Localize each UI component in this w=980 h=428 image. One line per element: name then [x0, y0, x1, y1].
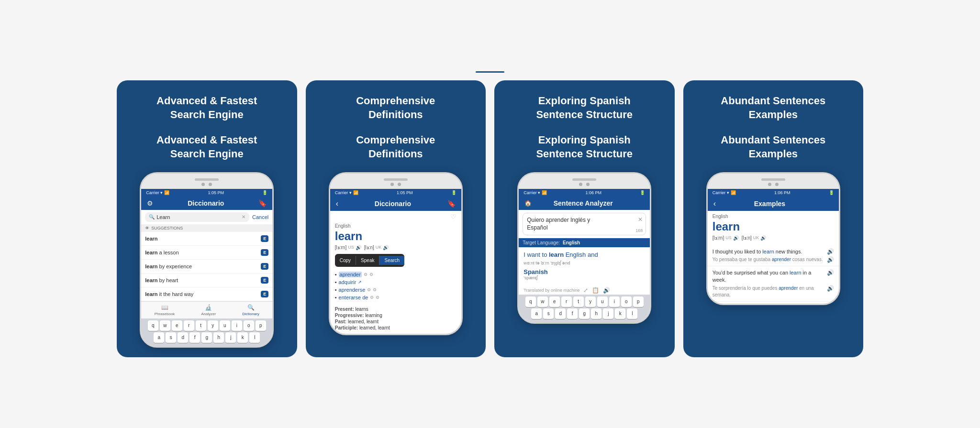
example-audio-es-icon[interactable]: 🔊	[827, 285, 834, 292]
nav-title: Examples	[716, 200, 824, 208]
key-j[interactable]: j	[603, 308, 613, 319]
speaker-icon[interactable]: 🔊	[733, 235, 739, 241]
phone-speaker	[195, 178, 219, 181]
key-j[interactable]: j	[225, 332, 236, 343]
tab-item-analyzer[interactable]: 🔬 Analyzer	[201, 304, 216, 316]
def-link-icon[interactable]: ↗	[358, 280, 362, 285]
example-audio-icon[interactable]: 🔊	[827, 269, 834, 276]
def-more-small[interactable]: ⚙	[376, 295, 379, 300]
key-p[interactable]: p	[633, 296, 644, 307]
key-u[interactable]: u	[597, 296, 608, 307]
key-p[interactable]: p	[256, 320, 266, 331]
nav-bar: ‹ Examples	[708, 197, 839, 211]
def-more-icon[interactable]: ⚙	[369, 272, 373, 277]
key-u[interactable]: u	[220, 320, 230, 331]
speaker-icon[interactable]: 🔊	[760, 235, 766, 241]
key-k[interactable]: k	[237, 332, 248, 343]
key-f[interactable]: f	[189, 332, 200, 343]
key-h[interactable]: h	[591, 308, 601, 319]
status-bar: Carrier ▾ 📶 1:06 PM 🔋	[519, 189, 650, 197]
suggestion-item[interactable]: learn a lesson E	[141, 246, 272, 260]
key-e[interactable]: e	[172, 320, 182, 331]
suggestion-item[interactable]: learn by heart E	[141, 274, 272, 287]
key-r[interactable]: r	[561, 296, 572, 307]
bookmark-icon[interactable]: 🔖	[447, 200, 456, 208]
bookmark-icon[interactable]: 🔖	[258, 199, 267, 207]
e-badge: E	[261, 263, 268, 270]
key-d[interactable]: d	[555, 308, 566, 319]
key-l[interactable]: l	[249, 332, 260, 343]
def-more-small[interactable]: ⚙	[373, 287, 377, 292]
key-l[interactable]: l	[627, 308, 637, 319]
example-audio-es-icon[interactable]: 🔊	[827, 256, 834, 263]
key-q[interactable]: q	[148, 320, 158, 331]
def-audio-icon[interactable]: ⚙	[364, 272, 368, 277]
key-y[interactable]: y	[208, 320, 218, 331]
verb-form-item: Past: learned, learnt	[335, 318, 457, 325]
speaker-icon[interactable]: 🔊	[383, 245, 389, 250]
context-btn-search[interactable]: Search	[379, 256, 404, 265]
translation-learn-link[interactable]: learn	[549, 251, 564, 258]
key-t[interactable]: t	[573, 296, 584, 307]
clear-icon[interactable]: ✕	[242, 214, 245, 219]
phone-microphone-dot	[775, 183, 779, 186]
key-h[interactable]: h	[213, 332, 224, 343]
close-icon[interactable]: ✕	[638, 216, 643, 223]
context-btn-speak[interactable]: Speak	[356, 256, 379, 265]
def-audio-small[interactable]: ⚙	[370, 295, 374, 300]
search-input-value[interactable]: Learn	[156, 214, 240, 220]
key-k[interactable]: k	[615, 308, 625, 319]
key-q[interactable]: q	[525, 296, 536, 307]
key-g[interactable]: g	[201, 332, 212, 343]
key-o[interactable]: o	[621, 296, 632, 307]
suggestion-item[interactable]: learn it the hard way E	[141, 287, 272, 301]
analyzer-input[interactable]: Quiero aprender Inglés yEspañol 168 ✕	[523, 213, 646, 236]
tab-item-phrasebook[interactable]: 📖 Phrasebook	[155, 304, 175, 316]
context-btn-copy[interactable]: Copy	[335, 256, 356, 265]
example-audio-icon[interactable]: 🔊	[827, 248, 834, 255]
time-display: 1:06 PM	[774, 190, 791, 195]
key-d[interactable]: d	[178, 332, 188, 343]
key-f[interactable]: f	[567, 308, 578, 319]
cancel-button[interactable]: Cancel	[252, 214, 268, 220]
key-a[interactable]: a	[154, 332, 164, 343]
def-audio-small[interactable]: ⚙	[367, 287, 371, 292]
speaker-icon[interactable]: 🔊	[356, 245, 361, 250]
key-row-2: asdfghjkl	[143, 332, 270, 343]
def-text: adquirir	[339, 279, 356, 285]
key-t[interactable]: t	[196, 320, 206, 331]
key-e[interactable]: e	[549, 296, 560, 307]
audio-icon[interactable]: 🔊	[603, 287, 610, 294]
example-linked-en[interactable]: learn	[790, 270, 801, 275]
search-input-wrap[interactable]: 🔍 Learn ✕	[145, 212, 249, 222]
example-linked-en[interactable]: learn	[762, 249, 774, 254]
key-w[interactable]: w	[160, 320, 170, 331]
expand-icon[interactable]: ⤢	[583, 287, 588, 294]
suggestion-item[interactable]: learn E	[141, 232, 272, 246]
key-s[interactable]: s	[543, 308, 554, 319]
phone-camera-dot	[201, 183, 205, 186]
example-linked-es[interactable]: aprender	[772, 257, 791, 262]
translation-spanish-phonetic: 'spænɪʃ	[523, 275, 645, 280]
gear-icon[interactable]: ⚙	[147, 199, 153, 207]
carrier-text: Carrier ▾	[713, 190, 729, 195]
key-s[interactable]: s	[166, 332, 176, 343]
tab-item-dictionary[interactable]: 🔍 Dictionary	[242, 304, 259, 316]
key-g[interactable]: g	[579, 308, 590, 319]
key-y[interactable]: y	[585, 296, 596, 307]
key-a[interactable]: a	[531, 308, 542, 319]
copy-icon[interactable]: 📋	[592, 287, 599, 294]
nav-bar: ⚙ Diccionario 🔖	[141, 197, 272, 210]
key-i[interactable]: i	[609, 296, 620, 307]
card-title-card2: ComprehensiveDefinitions	[356, 133, 435, 162]
analyzer-text: Quiero aprender Inglés yEspañol	[527, 216, 642, 232]
def-text: aprenderse	[339, 287, 366, 293]
key-r[interactable]: r	[184, 320, 194, 331]
key-w[interactable]: w	[537, 296, 548, 307]
heart-icon[interactable]: ♡	[450, 213, 457, 220]
key-i[interactable]: i	[232, 320, 242, 331]
suggestion-item[interactable]: learn by experience E	[141, 260, 272, 274]
example-linked-es[interactable]: aprender	[779, 285, 798, 291]
home-icon[interactable]: 🏠	[524, 200, 532, 207]
key-o[interactable]: o	[244, 320, 254, 331]
